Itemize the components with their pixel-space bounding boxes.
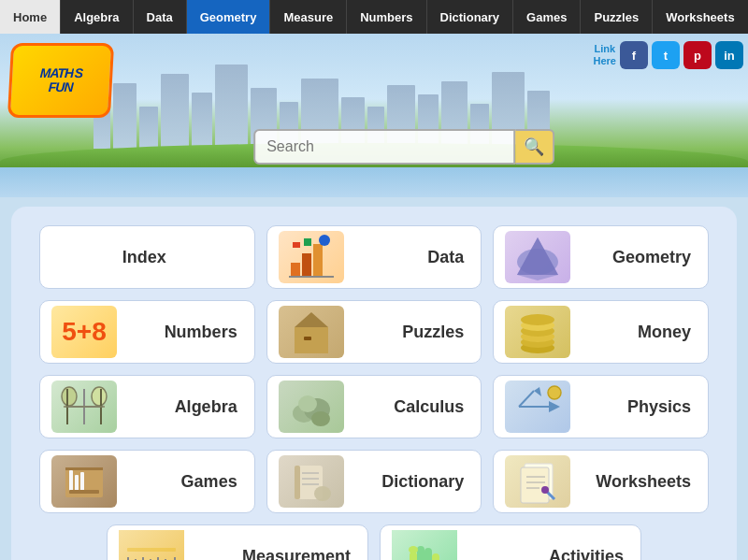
- svg-rect-1: [302, 253, 311, 278]
- nav-worksheets[interactable]: Worksheets: [653, 0, 748, 34]
- nav-puzzles[interactable]: Puzzles: [581, 0, 653, 34]
- nav-data[interactable]: Data: [134, 0, 187, 34]
- header: MATHiS FUN Link Here f t p in 🔍: [0, 34, 748, 197]
- svg-rect-37: [69, 470, 73, 491]
- svg-rect-10: [295, 327, 328, 353]
- svg-marker-33: [534, 387, 541, 396]
- svg-rect-2: [313, 244, 323, 278]
- svg-point-5: [319, 235, 330, 246]
- svg-rect-48: [521, 467, 549, 503]
- social-links: Link Here f t p in: [594, 41, 743, 69]
- puzzles-icon: [279, 306, 344, 358]
- nav-numbers[interactable]: Numbers: [347, 0, 426, 34]
- index-item[interactable]: Index: [39, 225, 255, 289]
- top-navigation: Home Algebra Data Geometry Measure Numbe…: [0, 0, 748, 34]
- games-icon: [51, 455, 117, 508]
- numbers-item[interactable]: 5+8 Numbers: [39, 300, 255, 364]
- activities-icon: [392, 530, 457, 560]
- svg-rect-6: [289, 276, 334, 278]
- svg-rect-38: [75, 475, 79, 491]
- activities-item[interactable]: Activities: [380, 524, 641, 560]
- measurement-item[interactable]: Measurement: [107, 524, 368, 560]
- measurement-icon: [119, 530, 184, 560]
- svg-point-22: [92, 387, 107, 406]
- svg-rect-12: [304, 337, 311, 340]
- svg-rect-39: [80, 472, 84, 491]
- main-grid: Index Data Geometry 5+8: [11, 207, 737, 560]
- svg-rect-0: [291, 263, 300, 278]
- dictionary-item[interactable]: Dictionary: [266, 450, 482, 513]
- calculus-item[interactable]: Calculus: [266, 375, 482, 438]
- svg-point-28: [298, 395, 317, 412]
- svg-rect-62: [127, 548, 176, 552]
- money-item[interactable]: Money: [493, 300, 709, 364]
- search-container: 🔍: [253, 129, 554, 165]
- linkedin-button[interactable]: in: [715, 41, 743, 69]
- numbers-icon: 5+8: [51, 306, 117, 358]
- svg-rect-36: [65, 467, 103, 470]
- dictionary-icon: [279, 455, 344, 508]
- svg-rect-67: [432, 553, 439, 560]
- geometry-item[interactable]: Geometry: [493, 225, 709, 289]
- nav-home[interactable]: Home: [0, 0, 61, 34]
- svg-line-32: [519, 391, 534, 407]
- svg-rect-3: [293, 242, 300, 248]
- water-reflection: [0, 167, 748, 197]
- svg-point-53: [541, 486, 549, 494]
- svg-point-46: [314, 486, 331, 501]
- svg-point-29: [311, 411, 330, 426]
- puzzles-item[interactable]: Puzzles: [266, 300, 482, 364]
- nav-games[interactable]: Games: [513, 0, 581, 34]
- games-item[interactable]: Games: [39, 450, 255, 513]
- nav-dictionary[interactable]: Dictionary: [427, 0, 514, 34]
- svg-rect-66: [424, 548, 432, 560]
- money-icon: [505, 306, 570, 358]
- data-item[interactable]: Data: [266, 225, 482, 289]
- data-icon: [279, 231, 344, 283]
- search-button[interactable]: 🔍: [515, 129, 554, 165]
- bottom-row: Measurement Activities: [39, 524, 709, 560]
- svg-point-21: [62, 387, 77, 406]
- svg-point-18: [521, 314, 554, 325]
- svg-rect-4: [304, 238, 311, 246]
- nav-geometry[interactable]: Geometry: [187, 0, 271, 34]
- nav-measure[interactable]: Measure: [270, 0, 347, 34]
- svg-rect-40: [69, 490, 99, 494]
- twitter-button[interactable]: t: [652, 41, 680, 69]
- physics-item[interactable]: Physics: [493, 375, 709, 438]
- link-here-label: Link Here: [594, 43, 616, 67]
- svg-rect-64: [417, 546, 424, 560]
- geometry-icon: [505, 231, 570, 283]
- svg-point-34: [548, 386, 561, 399]
- svg-marker-11: [295, 312, 328, 327]
- calculus-icon: [279, 381, 344, 433]
- svg-rect-42: [295, 466, 300, 499]
- pinterest-button[interactable]: p: [683, 41, 712, 69]
- svg-marker-31: [549, 401, 560, 412]
- nav-algebra[interactable]: Algebra: [61, 0, 133, 34]
- worksheets-item[interactable]: Worksheets: [493, 450, 709, 513]
- physics-icon: [505, 381, 570, 433]
- worksheets-icon: [505, 455, 570, 508]
- algebra-icon: [51, 381, 117, 433]
- site-logo[interactable]: MATHiS FUN: [7, 43, 114, 118]
- algebra-item[interactable]: Algebra: [39, 375, 255, 438]
- search-input[interactable]: [253, 129, 515, 165]
- facebook-button[interactable]: f: [620, 41, 648, 69]
- svg-point-68: [409, 546, 418, 553]
